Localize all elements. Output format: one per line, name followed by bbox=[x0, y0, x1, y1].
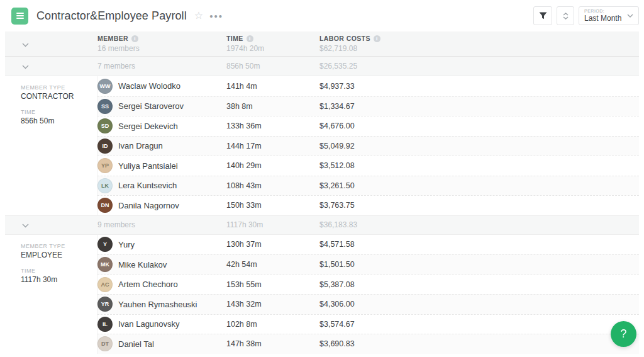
group-summary-row: 9 members 1117h 30m $36,183.83 bbox=[5, 215, 639, 235]
member-labor: $4,676.00 bbox=[319, 122, 639, 130]
member-labor: $3,574.67 bbox=[319, 320, 639, 329]
collapse-all-button[interactable] bbox=[19, 40, 31, 50]
member-type-label: MEMBER TYPE bbox=[21, 84, 92, 91]
group-labor-total: $26,535.25 bbox=[319, 62, 639, 71]
member-name: Danila Nagornov bbox=[118, 201, 179, 210]
member-time: 150h 33m bbox=[226, 201, 319, 210]
group-time-value: 856h 50m bbox=[21, 116, 92, 125]
group-rows: WW Waclaw Wolodko 141h 4m $4,937.33 SS S… bbox=[97, 76, 639, 215]
period-dropdown[interactable]: PERIOD: Last Month bbox=[579, 6, 639, 25]
sort-button[interactable] bbox=[557, 6, 574, 25]
member-name: Waclaw Wolodko bbox=[118, 81, 180, 91]
member-labor: $3,690.83 bbox=[319, 339, 639, 348]
sort-down-icon bbox=[563, 16, 569, 20]
member-name: Yauhen Rymasheuski bbox=[118, 300, 197, 309]
member-labor: $4,306.00 bbox=[319, 300, 639, 309]
group-rows: Y Yury 130h 37m $4,571.58 MK Mike Kulako… bbox=[97, 235, 639, 354]
group-member-count: 9 members bbox=[97, 220, 226, 229]
member-name: Yuliya Pantsialei bbox=[118, 161, 178, 171]
avatar: ID bbox=[97, 139, 113, 154]
member-time: 42h 54m bbox=[226, 260, 319, 269]
collapse-group-button[interactable] bbox=[19, 62, 31, 72]
member-name: Ivan Dragun bbox=[118, 141, 163, 150]
table-row: DN Danila Nagornov 150h 33m $3,763.75 bbox=[97, 195, 639, 215]
chevron-down-icon bbox=[627, 14, 633, 18]
member-time: 108h 43m bbox=[226, 181, 319, 190]
table-row: DT Daniel Tal 147h 38m $3,690.83 bbox=[97, 334, 639, 354]
table-row: SS Sergei Staroverov 38h 8m $1,334.67 bbox=[97, 96, 639, 116]
avatar: AC bbox=[97, 277, 113, 292]
member-labor: $3,261.50 bbox=[319, 181, 639, 190]
chevron-down-icon bbox=[22, 224, 29, 228]
total-time: 1974h 20m bbox=[226, 44, 319, 53]
group-time-label: TIME bbox=[21, 109, 92, 115]
member-time: 140h 29m bbox=[226, 161, 319, 170]
member-name: Ivan Lagunovsky bbox=[118, 319, 180, 329]
info-icon[interactable]: i bbox=[131, 35, 138, 42]
member-labor: $4,937.33 bbox=[319, 82, 639, 91]
member-labor: $3,512.08 bbox=[319, 161, 639, 170]
member-labor: $1,501.50 bbox=[319, 260, 639, 269]
table-row: SD Sergei Dekevich 133h 36m $4,676.00 bbox=[97, 116, 639, 136]
member-labor: $5,049.92 bbox=[319, 142, 639, 150]
member-time: 130h 37m bbox=[226, 240, 319, 249]
info-icon[interactable]: i bbox=[374, 35, 380, 42]
group-time-value: 1117h 30m bbox=[21, 275, 92, 284]
member-labor: $5,387.08 bbox=[319, 280, 639, 289]
member-labor: $3,763.75 bbox=[319, 201, 639, 210]
avatar: WW bbox=[97, 79, 113, 94]
avatar: DN bbox=[97, 198, 113, 213]
period-value: Last Month bbox=[584, 14, 621, 23]
member-name: Sergei Dekevich bbox=[118, 122, 178, 131]
avatar: Y bbox=[97, 237, 113, 252]
member-time: 133h 36m bbox=[226, 122, 319, 130]
chevron-down-icon bbox=[22, 43, 29, 47]
avatar: IL bbox=[97, 317, 113, 332]
help-button[interactable]: ? bbox=[611, 321, 636, 347]
avatar: DT bbox=[97, 336, 113, 351]
more-options-icon[interactable]: ••• bbox=[209, 11, 223, 21]
topbar: Contractor&Employee Payroll ☆ ••• PERIOD… bbox=[0, 0, 644, 31]
chevron-down-icon bbox=[22, 65, 29, 69]
star-icon[interactable]: ☆ bbox=[194, 11, 203, 21]
member-type-label: MEMBER TYPE bbox=[21, 243, 92, 249]
avatar: YR bbox=[97, 297, 113, 312]
member-time: 38h 8m bbox=[226, 102, 319, 111]
table-row: IL Ivan Lagunovsky 102h 8m $3,574.67 bbox=[97, 314, 639, 334]
info-icon[interactable]: i bbox=[247, 35, 253, 42]
group-time-total: 1117h 30m bbox=[226, 220, 319, 229]
table-row: WW Waclaw Wolodko 141h 4m $4,937.33 bbox=[97, 76, 639, 96]
member-time: 144h 17m bbox=[226, 142, 319, 150]
filter-button[interactable] bbox=[533, 6, 552, 25]
member-type-group: 9 members 1117h 30m $36,183.83 MEMBER TY… bbox=[5, 215, 639, 354]
payroll-report-page: Contractor&Employee Payroll ☆ ••• PERIOD… bbox=[0, 0, 644, 354]
collapse-group-button[interactable] bbox=[19, 221, 31, 230]
table-row: MK Mike Kulakov 42h 54m $1,501.50 bbox=[97, 254, 639, 275]
group-time-total: 856h 50m bbox=[226, 62, 319, 71]
member-labor: $4,571.58 bbox=[319, 240, 639, 249]
member-time: 102h 8m bbox=[226, 320, 319, 329]
avatar: YP bbox=[97, 158, 113, 173]
period-label: PERIOD: bbox=[584, 9, 621, 13]
member-name: Artem Chechoro bbox=[118, 280, 178, 289]
member-name: Yury bbox=[118, 240, 135, 249]
member-time: 141h 4m bbox=[226, 82, 319, 91]
table-row: YP Yuliya Pantsialei 140h 29m $3,512.08 bbox=[97, 156, 639, 176]
group-member-count: 7 members bbox=[97, 62, 226, 71]
payroll-table: MEMBERi 16 members TIMEi 1974h 20m LABOR… bbox=[5, 31, 639, 354]
time-column-header: TIME bbox=[226, 35, 243, 42]
report-menu-button[interactable] bbox=[11, 8, 28, 25]
member-time: 143h 32m bbox=[226, 300, 319, 309]
avatar: SD bbox=[97, 118, 113, 133]
total-member-count: 16 members bbox=[97, 44, 226, 53]
member-time: 153h 55m bbox=[226, 280, 319, 289]
groups-container: 7 members 856h 50m $26,535.25 MEMBER TYP… bbox=[5, 57, 639, 354]
member-labor: $1,334.67 bbox=[319, 102, 639, 111]
group-summary-row: 7 members 856h 50m $26,535.25 bbox=[5, 57, 639, 76]
group-side-panel: MEMBER TYPE CONTRACTOR TIME 856h 50m bbox=[5, 76, 97, 215]
table-row: YR Yauhen Rymasheuski 143h 32m $4,306.00 bbox=[97, 294, 639, 314]
labor-costs-column-header: LABOR COSTS bbox=[319, 35, 370, 42]
table-header-row: MEMBERi 16 members TIMEi 1974h 20m LABOR… bbox=[5, 31, 639, 57]
total-labor-costs: $62,719.08 bbox=[319, 44, 639, 53]
member-type-value: CONTRACTOR bbox=[21, 92, 92, 101]
